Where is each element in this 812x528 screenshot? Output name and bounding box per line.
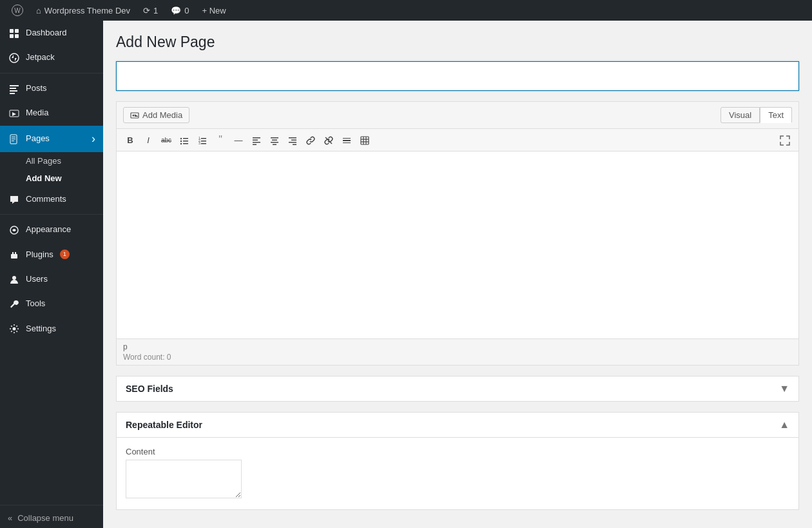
svg-marker-7 — [12, 55, 14, 58]
updates-icon: ⟳ — [143, 6, 150, 15]
comments-nav-icon — [8, 192, 21, 206]
svg-rect-33 — [183, 143, 188, 144]
posts-icon — [8, 81, 21, 95]
editor-header: Add Media Visual Text — [117, 102, 798, 129]
seo-fields-header[interactable]: SEO Fields ▼ — [117, 376, 798, 401]
svg-point-6 — [10, 54, 19, 63]
svg-rect-3 — [15, 29, 19, 33]
ordered-list-icon: 1. 2. 3. — [198, 135, 207, 145]
svg-rect-41 — [253, 139, 258, 141]
sidebar-item-pages[interactable]: Pages › — [0, 126, 103, 152]
sidebar-item-tools[interactable]: Tools — [0, 291, 103, 316]
toolbar-bold-button[interactable]: B — [122, 132, 139, 148]
toolbar-unordered-list-button[interactable] — [176, 132, 193, 148]
tab-text-label: Text — [768, 110, 784, 120]
svg-rect-16 — [12, 137, 15, 137]
svg-rect-29 — [183, 138, 188, 139]
site-name-button[interactable]: ⌂ Wordpress Theme Dev — [30, 0, 137, 21]
sidebar-item-add-new[interactable]: Add New — [0, 170, 103, 187]
toolbar-strikethrough-button[interactable]: abc — [158, 132, 175, 148]
svg-point-26 — [133, 114, 135, 116]
toolbar-hr-button[interactable]: — — [230, 132, 247, 148]
new-content-button[interactable]: + New — [196, 0, 233, 21]
content-field: Content — [126, 447, 789, 500]
toolbar-table-button[interactable] — [356, 132, 373, 148]
editor-header-left: Add Media — [123, 107, 189, 123]
sidebar-item-jetpack[interactable]: Jetpack — [0, 45, 103, 70]
add-new-label: Add New — [26, 173, 62, 183]
svg-rect-11 — [10, 90, 17, 92]
toolbar-ordered-list-button[interactable]: 1. 2. 3. — [194, 132, 211, 148]
page-title-input[interactable] — [116, 61, 799, 91]
more-icon — [342, 135, 351, 145]
updates-button[interactable]: ⟳ 1 — [137, 0, 164, 21]
svg-marker-8 — [15, 58, 17, 61]
editor-path: p — [123, 342, 792, 351]
italic-icon: I — [147, 135, 150, 145]
toolbar-more-button[interactable] — [338, 132, 355, 148]
content-textarea[interactable] — [126, 460, 242, 498]
sidebar-item-comments[interactable]: Comments — [0, 187, 103, 211]
dashboard-icon — [8, 26, 21, 40]
repeatable-editor-body: Content — [117, 437, 798, 509]
repeatable-editor-title: Repeatable Editor — [126, 420, 202, 430]
jetpack-icon — [8, 50, 21, 64]
svg-text:W: W — [14, 7, 21, 14]
plugins-badge: 1 — [60, 249, 70, 259]
expand-icon — [780, 134, 790, 146]
comments-button[interactable]: 💬 0 — [164, 0, 195, 21]
align-left-icon — [252, 135, 261, 145]
toolbar-blockquote-button[interactable]: " — [212, 132, 229, 148]
pages-label: Pages — [26, 133, 50, 144]
svg-rect-42 — [253, 142, 260, 143]
toolbar-align-left-button[interactable] — [248, 132, 265, 148]
content-area: Add New Page Add Media — [103, 21, 812, 528]
sidebar-item-posts[interactable]: Posts — [0, 76, 103, 101]
add-media-button[interactable]: Add Media — [123, 107, 189, 123]
svg-point-24 — [13, 328, 16, 331]
repeatable-editor-metabox: Repeatable Editor ▲ Content — [116, 412, 799, 510]
toolbar-align-center-button[interactable] — [266, 132, 283, 148]
add-media-icon — [130, 111, 139, 120]
page-title: Add New Page — [116, 34, 799, 51]
sidebar-item-all-pages[interactable]: All Pages — [0, 152, 103, 170]
editor-footer: p Word count: 0 — [117, 338, 798, 365]
svg-rect-21 — [12, 252, 14, 255]
toolbar-expand-button[interactable] — [777, 132, 793, 148]
content-label: Content — [126, 447, 789, 456]
table-icon — [360, 135, 369, 145]
posts-label: Posts — [26, 83, 47, 94]
wp-logo-button[interactable]: W — [5, 0, 30, 21]
svg-rect-43 — [253, 144, 256, 145]
collapse-menu-button[interactable]: « Collapse menu — [0, 508, 103, 528]
toolbar-align-right-button[interactable] — [284, 132, 301, 148]
unordered-list-icon — [180, 135, 189, 145]
tab-text[interactable]: Text — [760, 107, 792, 123]
svg-rect-18 — [12, 141, 14, 141]
sidebar-item-dashboard[interactable]: Dashboard — [0, 21, 103, 45]
svg-rect-46 — [271, 142, 278, 143]
align-right-icon — [288, 135, 297, 145]
svg-point-30 — [180, 141, 182, 142]
sidebar-item-appearance[interactable]: Appearance — [0, 217, 103, 242]
repeatable-editor-toggle-icon: ▲ — [779, 419, 789, 431]
toolbar-unlink-button[interactable] — [320, 132, 337, 148]
editor-body[interactable] — [117, 152, 798, 338]
repeatable-editor-header[interactable]: Repeatable Editor ▲ — [117, 413, 798, 437]
all-pages-label: All Pages — [26, 156, 61, 166]
tab-visual[interactable]: Visual — [720, 107, 760, 123]
sidebar-item-settings[interactable]: Settings — [0, 317, 103, 341]
toolbar-link-button[interactable] — [302, 132, 319, 148]
link-icon — [306, 135, 315, 145]
sidebar-item-media[interactable]: Media — [0, 101, 103, 125]
svg-rect-4 — [10, 34, 14, 38]
blockquote-icon: " — [218, 134, 222, 146]
users-icon — [8, 272, 21, 286]
sidebar-item-users[interactable]: Users — [0, 267, 103, 291]
sidebar-item-plugins[interactable]: Plugins 1 — [0, 242, 103, 267]
toolbar-italic-button[interactable]: I — [140, 132, 157, 148]
sidebar-divider-1 — [0, 73, 103, 73]
svg-rect-40 — [253, 137, 260, 139]
strikethrough-icon: abc — [161, 137, 171, 144]
appearance-label: Appearance — [26, 224, 71, 235]
